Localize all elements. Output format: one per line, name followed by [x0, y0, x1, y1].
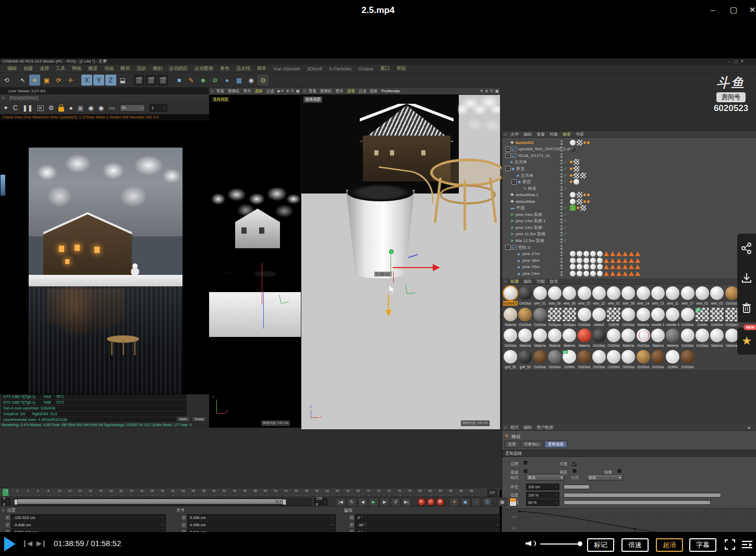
material-item[interactable]: wire_02: [606, 286, 621, 307]
material-thumb[interactable]: [583, 271, 589, 276]
material-thumb[interactable]: [570, 140, 576, 146]
select-icon[interactable]: ↖: [17, 75, 28, 86]
record-position-button[interactable]: ↖: [418, 498, 425, 506]
material-item[interactable]: Materia: [533, 329, 547, 349]
visibility-toggles[interactable]: [560, 199, 563, 204]
spinner-icon[interactable]: ↕: [556, 484, 557, 490]
material-item[interactable]: Materia: [503, 308, 518, 329]
instance-tag[interactable]: [604, 264, 609, 269]
visibility-toggles[interactable]: [560, 186, 563, 191]
menu-item-网格[interactable]: 网格: [72, 65, 81, 72]
range-total-field[interactable]: 100 F↕: [314, 498, 327, 505]
material-item[interactable]: wire_14: [636, 286, 651, 307]
material-item[interactable]: wire_08: [621, 286, 636, 307]
collapse-arrow-icon[interactable]: ◀: [747, 426, 750, 430]
range-inner-bar[interactable]: [14, 499, 285, 504]
menu-item-查看[interactable]: 查看: [536, 131, 545, 137]
move-icon[interactable]: ✛: [29, 75, 40, 86]
material-thumb[interactable]: [570, 271, 576, 276]
material-item[interactable]: OctGlos: [606, 350, 621, 371]
texture-tag[interactable]: [577, 140, 582, 146]
record-rotation-button[interactable]: ⟳: [436, 498, 444, 506]
material-item[interactable]: OctSpec: [562, 308, 577, 329]
rotate-icon[interactable]: ↻: [490, 89, 494, 93]
menu-item-书签[interactable]: 书签: [576, 131, 584, 137]
axis-z-icon[interactable]: Z: [105, 75, 116, 86]
object-row[interactable]: ✚defaultMat: [502, 198, 756, 205]
material-thumb[interactable]: [590, 258, 596, 263]
material-thumb[interactable]: [597, 258, 603, 263]
material-thumb[interactable]: [590, 251, 596, 257]
material-item[interactable]: OctGlos: [592, 329, 606, 349]
prev-frame-button[interactable]: ◀: [358, 498, 368, 506]
instance-tag[interactable]: [610, 264, 615, 269]
material-item[interactable]: OctGlos: [606, 329, 621, 349]
tag-dot[interactable]: [570, 167, 572, 170]
material-thumb[interactable]: [597, 271, 603, 276]
enabled-check-icon[interactable]: ✓: [564, 173, 569, 178]
object-row[interactable]: ➤pine 24m 实例✓: [502, 211, 756, 218]
tag-dot[interactable]: [583, 194, 586, 196]
surface-checkbox[interactable]: [572, 468, 577, 474]
texture-tag[interactable]: [574, 166, 579, 172]
material-item[interactable]: Materia: [547, 329, 562, 349]
visibility-toggles[interactable]: [560, 258, 563, 263]
figure-icon[interactable]: ☻: [198, 75, 209, 86]
ball-icon[interactable]: ●: [69, 104, 72, 112]
instance-tag[interactable]: [610, 258, 615, 263]
zoom-icon[interactable]: ⊕: [286, 89, 289, 93]
texture-tag[interactable]: [577, 199, 582, 204]
menu-item-运动图形[interactable]: 运动图形: [194, 65, 213, 72]
pick-black-icon[interactable]: ◉: [98, 104, 103, 112]
object-row[interactable]: ✚bucket01: [502, 139, 756, 146]
instance-tag[interactable]: [629, 251, 634, 256]
visibility-toggles[interactable]: [560, 173, 563, 178]
material-item[interactable]: WFOctMix: [695, 308, 710, 329]
material-item[interactable]: OctGlos: [577, 308, 592, 329]
material-thumb[interactable]: [583, 264, 589, 270]
volume-icon[interactable]: [526, 539, 535, 548]
material-item[interactable]: default: [592, 308, 606, 329]
menu-item-对象[interactable]: 对象: [550, 131, 558, 137]
expand-icon[interactable]: +: [505, 153, 510, 158]
tag-dot[interactable]: [587, 194, 590, 196]
material-item[interactable]: wire_11: [665, 286, 680, 307]
render-view-icon[interactable]: 🎬: [133, 75, 144, 86]
material-item[interactable]: golf_50: [503, 350, 518, 371]
falloff2-field[interactable]: 65 %↕: [526, 499, 559, 506]
menu-item-编辑[interactable]: 编辑: [523, 279, 532, 284]
menu-item-Vue xStream[interactable]: Vue xStream: [273, 66, 300, 71]
snap-grid-button[interactable]: ▦: [497, 498, 507, 506]
axis-x-icon[interactable]: X: [81, 75, 92, 86]
material-item[interactable]: wire_23: [577, 286, 592, 307]
menu-item-帮助[interactable]: 帮助: [396, 65, 406, 72]
gizmo-center-handle[interactable]: [389, 249, 394, 254]
menu-item-编辑[interactable]: 编辑: [523, 131, 532, 137]
instance-tag[interactable]: [604, 258, 609, 263]
collapse-icon[interactable]: −: [505, 166, 510, 171]
enabled-check-icon[interactable]: ✓: [564, 219, 569, 223]
menu-item-Octane[interactable]: Octane: [358, 66, 373, 71]
menu-item-选择[interactable]: 选择: [255, 89, 263, 94]
menu-item-编辑[interactable]: 编辑: [7, 65, 17, 72]
instance-tag[interactable]: [616, 251, 621, 256]
instance-tag[interactable]: [629, 258, 634, 263]
material-item[interactable]: wire_17: [680, 286, 695, 307]
texture-tag[interactable]: [580, 205, 586, 211]
menu-item-ProRender[interactable]: ProRender: [382, 89, 400, 93]
render-settings-icon[interactable]: 🎬: [157, 75, 168, 86]
object-row[interactable]: ➤pine 11.5m 实例✓: [502, 231, 756, 238]
tab-选项[interactable]: 选项: [504, 441, 519, 448]
object-row[interactable]: +L⁰XDJ8_XXJT3_01: [502, 152, 756, 159]
menu-item-过滤[interactable]: 过滤: [359, 89, 367, 94]
menu-item-选项[interactable]: 选项: [347, 89, 355, 94]
instance-tag[interactable]: [629, 264, 634, 269]
play-button[interactable]: [4, 537, 16, 551]
material-item[interactable]: Materia: [665, 329, 680, 349]
menu-item-用户数据[interactable]: 用户数据: [536, 425, 553, 430]
object-row[interactable]: ▲pine 24m: [502, 270, 756, 277]
menu-item-渲染[interactable]: 渲染: [137, 65, 146, 72]
material-item[interactable]: OctMix: [665, 350, 680, 371]
material-item[interactable]: OctGlos: [547, 350, 562, 371]
material-item[interactable]: Materia: [636, 308, 651, 329]
